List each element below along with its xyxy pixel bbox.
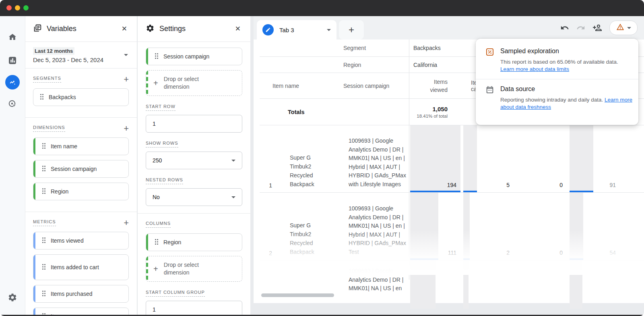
gear-icon [146,24,155,34]
metric-chip-label: Item revenue [51,313,84,316]
segment-header-label: Segment [342,40,409,56]
nested-rows-select[interactable]: No [146,188,242,206]
rows-dimension-chip[interactable]: Session campaign [146,48,242,65]
close-window-button[interactable] [6,5,12,10]
tab-tab3[interactable]: Tab 3 [257,20,336,40]
dimension-chip[interactable]: Region [33,183,129,200]
undo-button[interactable] [560,23,569,32]
metric-chip[interactable]: Items purchased [33,285,129,303]
chevron-down-icon [627,27,631,29]
horizontal-scrollbar[interactable] [261,293,334,297]
drag-handle-icon [155,239,159,246]
column-header-item-name[interactable]: Item name [260,73,342,98]
drag-handle-icon [42,237,46,245]
nav-home[interactable] [0,27,25,47]
start-row-input[interactable]: 1 [146,115,242,133]
nav-reports[interactable] [0,51,25,70]
start-column-group-value: 1 [153,306,156,313]
rows-dimension-chip-label: Session campaign [163,53,209,60]
variables-panel: Variables ✕ Last 12 months Dec 5, 2023 -… [25,16,137,316]
dimension-chip-label: Region [51,188,68,195]
metric-chip-label: Items purchased [51,290,93,297]
start-column-group-input[interactable]: 1 [146,301,242,316]
dimension-chip[interactable]: Session campaign [33,160,129,178]
totals-value: 1,050 [432,106,448,112]
sampled-exploration-title: Sampled exploration [500,48,636,55]
app-window: Variables ✕ Last 12 months Dec 5, 2023 -… [0,0,644,316]
dimension-chip[interactable]: Item name [33,137,129,155]
redo-button[interactable] [576,23,585,32]
settings-panel: Settings ✕ Session campaign + Drop or se… [138,16,250,316]
chevron-down-icon [124,54,128,56]
date-preset: Last 12 months [33,47,74,55]
rows-drop-dimension-zone[interactable]: + Drop or select dimension [146,70,242,96]
nav-advertising[interactable] [0,94,25,114]
data-limits-link[interactable]: Learn more about data limits [500,66,569,72]
session-campaign-cell: 1009693 | Google Analytics Demo | DR | M… [342,125,409,192]
dimensions-label: DIMENSIONS [33,125,65,132]
region-header-label: Region [342,57,409,73]
fullscreen-window-button[interactable] [23,5,29,10]
metric-chip-label: Items viewed [51,237,84,244]
add-dimension-button[interactable]: + [124,125,129,132]
column-header-items-viewed[interactable]: Items viewed [409,73,462,98]
metric-chip-label: Items added to cart [51,264,99,271]
metric-chip[interactable]: Item revenue [33,308,129,316]
data-source-body: Reporting showing intraday and daily dat… [500,97,605,103]
drop-zone-label: Drop or select dimension [164,75,212,91]
drag-handle-icon [42,188,46,195]
start-row-value: 1 [153,121,156,127]
close-icon[interactable]: ✕ [120,23,129,35]
close-icon[interactable]: ✕ [233,23,242,35]
add-segment-button[interactable]: + [124,76,129,83]
show-rows-select[interactable]: 250 [146,152,242,169]
segments-label: SEGMENTS [33,76,61,83]
tab-strip: Tab 3 + [254,16,644,40]
totals-percent: 18.41% of total [417,114,448,118]
nav-rail [0,16,25,316]
table-bottom-fade [254,230,644,275]
column-header-session-campaign[interactable]: Session campaign [342,73,409,98]
share-add-user-button[interactable] [592,23,602,33]
data-source-section: Data source Reporting showing intraday a… [485,85,629,111]
table-row[interactable]: 1 Super G Timbuk2 Recycled Backpack 1009… [260,125,644,193]
settings-title: Settings [159,25,229,33]
start-column-group-label: START COLUMN GROUP [146,290,205,297]
metric-chip[interactable]: Items added to cart [33,254,129,280]
columns-dimension-chip[interactable]: Region [146,233,242,251]
segment-chip[interactable]: Backpacks [33,88,129,106]
canvas-toolbar [560,21,638,35]
segment-header-value: Backpacks [409,40,462,56]
advertising-icon [8,99,17,109]
drag-handle-icon [42,313,46,316]
plus-icon: + [153,79,158,88]
columns-dimension-chip-label: Region [163,239,181,246]
data-source-title: Data source [500,85,636,93]
home-icon [8,32,17,42]
tab-label: Tab 3 [279,27,321,33]
nav-admin[interactable] [0,288,25,307]
nav-explore-active[interactable] [0,73,25,92]
plus-icon: + [153,264,158,274]
sampling-status-button[interactable] [609,21,638,35]
totals-label: Totals [260,99,342,125]
segment-chip-label: Backpacks [49,94,76,101]
date-range: Dec 5, 2023 - Dec 5, 2024 [33,56,129,63]
add-tab-button[interactable]: + [339,20,364,40]
metric-chip[interactable]: Items viewed [33,232,129,249]
show-rows-value: 250 [153,157,162,164]
gear-icon [8,293,17,302]
items-purchased-cell: 0 [515,125,568,192]
columns-drop-dimension-zone[interactable]: + Drop or select dimension [146,256,242,282]
dimension-chip-label: Item name [51,143,77,150]
drag-handle-icon [155,53,159,60]
start-row-label: START ROW [146,104,175,111]
columns-label: COLUMNS [146,221,171,228]
variables-icon [33,24,42,34]
date-range-picker[interactable]: Last 12 months Dec 5, 2023 - Dec 5, 2024 [25,42,137,69]
add-metric-button[interactable]: + [124,220,129,226]
minimize-window-button[interactable] [15,5,20,10]
nested-rows-label: NESTED ROWS [146,177,183,184]
calendar-icon [485,85,494,111]
drag-handle-icon [42,290,46,298]
